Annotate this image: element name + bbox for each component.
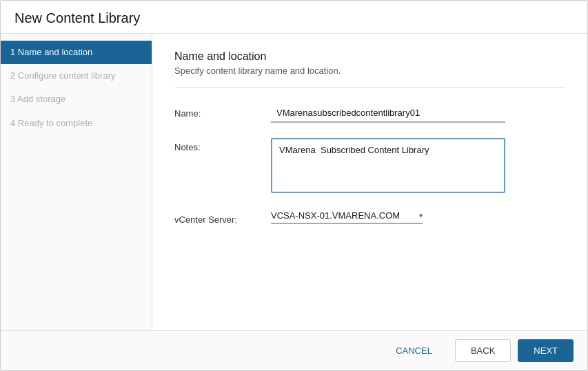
vcenter-select-value: VCSA-NSX-01.VMARENA.COM [271,210,415,221]
main-content: Name and location Specify content librar… [152,34,587,330]
sidebar-item-name-location[interactable]: 1 Name and location [1,41,152,64]
chevron-down-icon: ▾ [419,212,423,219]
name-label: Name: [174,104,271,119]
vcenter-row: vCenter Server: VCSA-NSX-01.VMARENA.COM … [174,210,565,225]
name-row: Name: [174,104,565,123]
new-content-library-dialog: New Content Library 1 Name and location … [0,0,588,371]
vcenter-label: vCenter Server: [174,210,271,225]
name-field [271,104,565,123]
vcenter-select-wrapper[interactable]: VCSA-NSX-01.VMARENA.COM ▾ [271,210,423,224]
notes-textarea[interactable] [271,138,505,193]
cancel-button[interactable]: CANCEL [380,339,448,362]
section-title: Name and location [174,50,565,63]
name-input[interactable] [271,104,505,123]
section-divider [174,87,565,88]
dialog-body: 1 Name and location 2 Configure content … [1,34,587,330]
back-button[interactable]: BACK [455,339,511,362]
dialog-footer: CANCEL BACK NEXT [1,330,587,370]
sidebar-item-add-storage: 3 Add storage [1,88,152,111]
notes-label: Notes: [174,138,271,152]
dialog-title: New Content Library [1,1,587,34]
sidebar-item-ready-complete: 4 Ready to complete [1,112,152,135]
sidebar-item-configure-library: 2 Configure content library [1,64,152,88]
sidebar: 1 Name and location 2 Configure content … [1,34,152,330]
notes-row: Notes: [174,138,565,195]
notes-field [271,138,565,195]
next-button[interactable]: NEXT [518,339,574,362]
section-subtitle: Specify content library name and locatio… [174,66,565,76]
vcenter-field: VCSA-NSX-01.VMARENA.COM ▾ [271,210,565,224]
